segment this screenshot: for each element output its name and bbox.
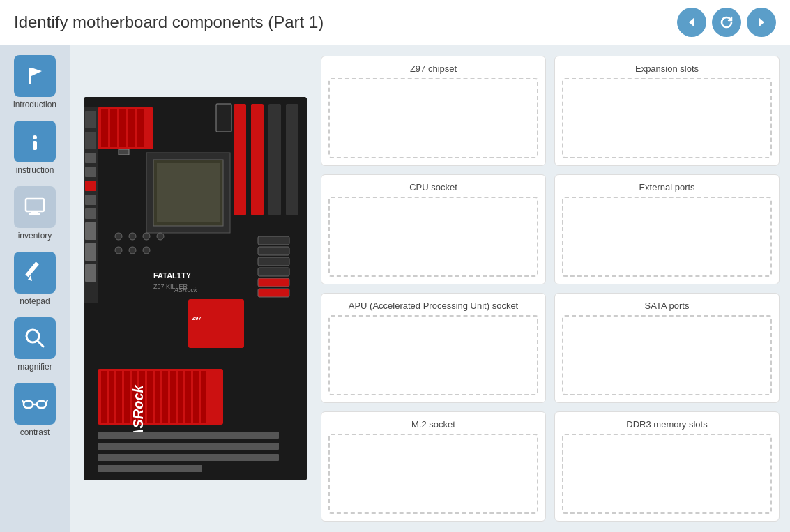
ddr3-memory-slots-dropzone[interactable] (562, 434, 772, 514)
flag-icon (22, 63, 47, 89)
external-ports-title: External ports (562, 182, 772, 192)
svg-rect-26 (268, 104, 281, 215)
component-card-external-ports: External ports (554, 174, 780, 284)
glasses-icon (21, 390, 49, 418)
svg-rect-44 (155, 371, 160, 423)
svg-rect-49 (193, 371, 199, 423)
svg-rect-69 (85, 208, 96, 219)
apu-socket-title: APU (Accelerated Processing Unit) socket (328, 301, 538, 311)
svg-point-75 (143, 233, 150, 240)
sidebar-item-instruction[interactable]: instruction (3, 116, 66, 179)
sidebar-item-magnifier[interactable]: magnifier (3, 313, 66, 376)
motherboard-area: Z97 ASRock FATAL1TY Z97 KILLER (80, 56, 310, 522)
svg-point-79 (143, 247, 150, 254)
back-icon (685, 16, 698, 29)
svg-line-15 (22, 400, 24, 403)
svg-rect-81 (119, 149, 129, 155)
instruction-icon-bg (14, 121, 56, 162)
expansion-slots-dropzone[interactable] (562, 78, 772, 158)
svg-rect-61 (258, 289, 289, 297)
sidebar-item-notepad[interactable]: notepad (3, 248, 66, 310)
svg-point-78 (129, 247, 136, 254)
z97-chipset-title: Z97 chipset (328, 63, 538, 74)
svg-rect-4 (33, 141, 37, 150)
notepad-icon-bg (14, 252, 56, 294)
svg-rect-5 (26, 199, 44, 211)
sata-ports-dropzone[interactable] (562, 315, 772, 395)
m2-socket-dropzone[interactable] (328, 434, 538, 514)
m2-socket-title: M.2 socket (328, 419, 538, 430)
svg-point-74 (129, 233, 136, 240)
expansion-slots-title: Expansion slots (562, 63, 772, 74)
header: Identify motherboard components (Part 1) (0, 0, 790, 45)
svg-text:Z97 KILLER: Z97 KILLER (153, 283, 188, 290)
svg-rect-19 (101, 109, 108, 147)
contrast-icon-bg (14, 383, 56, 425)
introduction-icon-bg (14, 55, 56, 97)
component-card-m2-socket: M.2 socket (321, 411, 546, 522)
svg-rect-23 (137, 109, 144, 147)
svg-point-3 (33, 135, 37, 139)
svg-rect-6 (31, 211, 38, 213)
info-icon (22, 129, 47, 154)
introduction-label: introduction (13, 100, 56, 109)
back-button[interactable] (677, 8, 706, 37)
main-layout: introduction instruction inventory (0, 45, 790, 532)
component-card-sata-ports: SATA ports (554, 293, 780, 403)
sidebar-item-inventory[interactable]: inventory (3, 182, 66, 245)
svg-rect-7 (29, 213, 40, 215)
svg-rect-31 (188, 299, 244, 348)
svg-rect-25 (251, 104, 264, 215)
component-card-ddr3-memory-slots: DDR3 memory slots (554, 411, 780, 522)
svg-rect-24 (234, 104, 246, 215)
sidebar-item-contrast[interactable]: contrast (3, 379, 66, 441)
svg-rect-68 (85, 195, 96, 205)
notepad-label: notepad (20, 296, 50, 306)
svg-rect-27 (286, 104, 298, 215)
svg-rect-2 (29, 68, 31, 84)
svg-rect-64 (85, 132, 96, 149)
component-card-z97-chipset: Z97 chipset (321, 56, 546, 166)
svg-rect-21 (119, 109, 126, 147)
sidebar-item-introduction[interactable]: introduction (3, 51, 66, 114)
inventory-icon-bg (14, 186, 56, 228)
svg-rect-22 (128, 109, 135, 147)
content-area: Z97 ASRock FATAL1TY Z97 KILLER (70, 45, 790, 532)
svg-rect-54 (98, 454, 279, 461)
cpu-socket-dropzone[interactable] (328, 197, 538, 277)
svg-rect-48 (185, 371, 191, 423)
svg-text:ASRock: ASRock (130, 384, 146, 439)
external-ports-dropzone[interactable] (562, 197, 772, 277)
components-grid: Z97 chipset Expansion slots CPU socket E… (321, 56, 780, 522)
search-icon (22, 326, 47, 351)
z97-chipset-dropzone[interactable] (328, 78, 538, 158)
svg-marker-1 (759, 17, 764, 27)
component-card-apu-socket: APU (Accelerated Processing Unit) socket (321, 293, 546, 403)
svg-rect-40 (124, 371, 130, 423)
svg-rect-46 (170, 371, 176, 423)
ddr3-memory-slots-title: DDR3 memory slots (562, 419, 772, 430)
apu-socket-dropzone[interactable] (328, 315, 538, 395)
svg-rect-20 (110, 109, 117, 147)
svg-rect-30 (157, 163, 220, 222)
svg-rect-71 (85, 243, 96, 261)
forward-button[interactable] (747, 8, 776, 37)
svg-rect-63 (85, 111, 96, 128)
svg-text:FATAL1TY: FATAL1TY (153, 271, 192, 280)
svg-rect-43 (147, 371, 153, 423)
svg-rect-56 (258, 236, 289, 245)
page-title: Identify motherboard components (Part 1) (14, 13, 324, 32)
svg-point-76 (157, 233, 164, 240)
svg-rect-47 (178, 371, 183, 423)
cpu-socket-title: CPU socket (328, 182, 538, 192)
svg-rect-57 (258, 247, 289, 255)
svg-marker-0 (689, 17, 694, 27)
magnifier-label: magnifier (17, 362, 52, 372)
header-controls (677, 8, 776, 37)
motherboard-image: Z97 ASRock FATAL1TY Z97 KILLER (84, 97, 307, 480)
svg-rect-45 (162, 371, 168, 423)
motherboard-svg: Z97 ASRock FATAL1TY Z97 KILLER (84, 97, 307, 480)
svg-line-11 (38, 341, 43, 347)
svg-rect-39 (116, 371, 122, 423)
reload-button[interactable] (712, 8, 741, 37)
